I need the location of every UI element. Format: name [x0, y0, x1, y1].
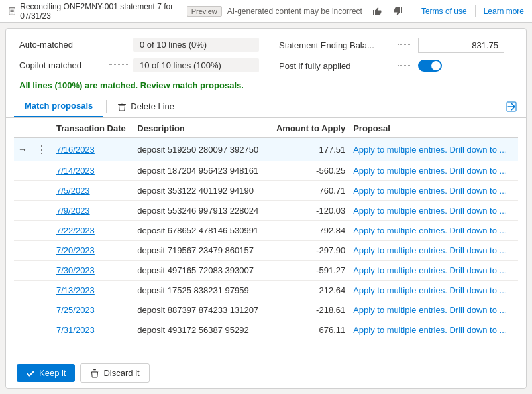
row-description: deposit 187204 956423 948161	[133, 161, 268, 181]
row-arrow	[14, 241, 31, 261]
row-date[interactable]: 7/31/2023	[52, 320, 133, 340]
row-description: deposit 519250 280097 392750	[133, 138, 268, 161]
row-arrow	[14, 161, 31, 181]
tab-match-proposals-label: Match proposals	[25, 101, 93, 111]
auto-matched-row: Auto-matched 0 of 10 lines (0%)	[19, 38, 239, 52]
keep-it-button[interactable]: Keep it	[17, 364, 75, 382]
summary-section: Auto-matched 0 of 10 lines (0%) Copilot …	[6, 29, 526, 78]
thumbs-up-button[interactable]	[370, 5, 384, 18]
col-amount: Amount to Apply	[268, 118, 349, 138]
table-row[interactable]: 7/30/2023deposit 497165 72083 393007-591…	[14, 261, 518, 281]
row-date[interactable]: 7/22/2023	[52, 221, 133, 241]
row-proposal[interactable]: Apply to multiple entries. Drill down to…	[349, 161, 518, 181]
row-more-cell	[31, 161, 52, 181]
copilot-matched-value: 10 of 10 lines (100%)	[133, 58, 259, 72]
row-more-cell	[31, 181, 52, 201]
row-proposal[interactable]: Apply to multiple entries. Drill down to…	[349, 221, 518, 241]
table-row[interactable]: 7/20/2023deposit 719567 23479 860157-297…	[14, 241, 518, 261]
col-arrow	[14, 118, 31, 138]
row-description: deposit 17525 838231 97959	[133, 281, 268, 300]
row-date[interactable]: 7/30/2023	[52, 261, 133, 281]
svg-rect-10	[93, 369, 96, 370]
row-date[interactable]: 7/14/2023	[52, 161, 133, 181]
top-bar-left: Reconciling ONE2MNY-001 statement 7 for …	[8, 2, 222, 21]
row-proposal[interactable]: Apply to multiple entries. Drill down to…	[349, 181, 518, 201]
tab-delete-line[interactable]: Delete Line	[109, 98, 182, 115]
col-transaction-date: Transaction Date	[52, 118, 133, 138]
post-if-applied-label: Post if fully applied	[279, 61, 392, 71]
breadcrumb-text: Reconciling ONE2MNY-001 statement 7 for …	[20, 2, 182, 21]
row-description: deposit 887397 874233 131207	[133, 300, 268, 320]
row-proposal[interactable]: Apply to multiple entries. Drill down to…	[349, 241, 518, 261]
post-dots	[398, 65, 411, 66]
table-container[interactable]: Transaction Date Description Amount to A…	[6, 118, 526, 358]
keep-it-label: Keep it	[39, 368, 66, 378]
row-date[interactable]: 7/9/2023	[52, 201, 133, 221]
col-more	[31, 118, 52, 138]
row-arrow	[14, 181, 31, 201]
delete-line-icon	[117, 102, 127, 111]
row-date[interactable]: 7/16/2023	[52, 138, 133, 161]
col-description: Description	[133, 118, 268, 138]
table-row[interactable]: 7/31/2023deposit 493172 56387 95292676.1…	[14, 320, 518, 340]
row-amount: 792.84	[268, 221, 349, 241]
col-proposal: Proposal	[349, 118, 518, 138]
discard-it-button[interactable]: Discard it	[80, 363, 149, 383]
balance-dots	[398, 44, 411, 45]
statement-ending-row: Statement Ending Bala...	[279, 38, 491, 53]
row-date[interactable]: 7/5/2023	[52, 181, 133, 201]
learn-more-link[interactable]: Learn more	[484, 7, 524, 16]
row-proposal[interactable]: Apply to multiple entries. Drill down to…	[349, 300, 518, 320]
row-amount: -297.90	[268, 241, 349, 261]
table-row[interactable]: 7/22/2023deposit 678652 478146 530991792…	[14, 221, 518, 241]
row-more-cell	[31, 300, 52, 320]
row-proposal[interactable]: Apply to multiple entries. Drill down to…	[349, 320, 518, 340]
divider-1	[413, 5, 413, 17]
thumbs-up-icon	[372, 6, 382, 17]
document-icon	[8, 7, 16, 16]
row-date[interactable]: 7/13/2023	[52, 281, 133, 300]
post-toggle[interactable]	[418, 60, 442, 72]
row-amount: -218.61	[268, 300, 349, 320]
more-options-button[interactable]: ⋮	[35, 143, 48, 156]
table-row[interactable]: 7/9/2023deposit 553246 997913 228024-120…	[14, 201, 518, 221]
table-row[interactable]: 7/13/2023deposit 17525 838231 97959212.6…	[14, 281, 518, 300]
table-row[interactable]: →⋮7/16/2023deposit 519250 280097 3927501…	[14, 138, 518, 161]
row-date[interactable]: 7/25/2023	[52, 300, 133, 320]
copilot-matched-dots	[109, 64, 129, 65]
row-date[interactable]: 7/20/2023	[52, 241, 133, 261]
row-more-cell	[31, 241, 52, 261]
row-description: deposit 497165 72083 393007	[133, 261, 268, 281]
row-arrow	[14, 281, 31, 300]
tabs-bar: Match proposals Delete Line	[6, 96, 526, 118]
row-more-cell	[31, 221, 52, 241]
statement-ending-input[interactable]	[418, 38, 504, 53]
row-proposal[interactable]: Apply to multiple entries. Drill down to…	[349, 201, 518, 221]
row-amount: -560.25	[268, 161, 349, 181]
row-amount: -120.03	[268, 201, 349, 221]
row-arrow	[14, 320, 31, 340]
table-row[interactable]: 7/5/2023deposit 353122 401192 94190760.7…	[14, 181, 518, 201]
row-amount: 676.11	[268, 320, 349, 340]
tabs-bar-right	[505, 100, 518, 113]
tab-divider	[106, 100, 107, 113]
row-proposal[interactable]: Apply to multiple entries. Drill down to…	[349, 138, 518, 161]
row-more-cell: ⋮	[31, 138, 52, 161]
row-proposal[interactable]: Apply to multiple entries. Drill down to…	[349, 261, 518, 281]
row-amount: -591.27	[268, 261, 349, 281]
row-description: deposit 353122 401192 94190	[133, 181, 268, 201]
discard-it-label: Discard it	[103, 368, 139, 378]
thumbs-down-icon	[393, 6, 403, 17]
row-description: deposit 493172 56387 95292	[133, 320, 268, 340]
row-more-cell	[31, 320, 52, 340]
table-row[interactable]: 7/14/2023deposit 187204 956423 948161-56…	[14, 161, 518, 181]
transactions-table: Transaction Date Description Amount to A…	[14, 118, 518, 340]
expand-icon	[506, 101, 517, 112]
tab-match-proposals[interactable]: Match proposals	[14, 96, 103, 117]
svg-rect-9	[91, 371, 99, 371]
row-proposal[interactable]: Apply to multiple entries. Drill down to…	[349, 281, 518, 300]
expand-icon-button[interactable]	[505, 100, 518, 113]
table-row[interactable]: 7/25/2023deposit 887397 874233 131207-21…	[14, 300, 518, 320]
terms-of-use-link[interactable]: Terms of use	[421, 7, 467, 16]
thumbs-down-button[interactable]	[392, 5, 405, 18]
